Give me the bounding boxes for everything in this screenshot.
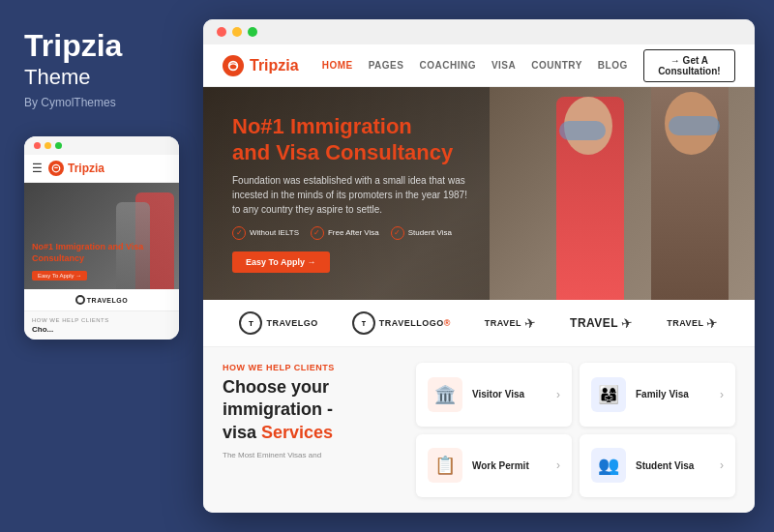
mobile-dot-yellow [45,142,51,149]
services-section-label: HOW WE HELP CLIENTS [223,363,397,372]
brand-title: Tripzia Theme [24,29,122,90]
services-grid: 🏛️ Visitor Visa › 👨‍👩‍👧 Family Visa › 📋 … [416,363,735,497]
site-logo-text: Tripzia [250,57,299,74]
apply-button[interactable]: Easy To Apply → [232,251,330,273]
nav-home[interactable]: HOME [322,60,353,71]
work-permit-label: Work Permit [472,460,547,471]
services-section: HOW WE HELP CLIENTS Choose yourimmigrati… [203,347,755,513]
mobile-dot-red [34,142,41,149]
nav-coaching[interactable]: COACHING [419,60,475,71]
services-section-title: Choose yourimmigration -visa Services [223,376,397,444]
mobile-logo: Tripzia [48,161,104,176]
service-card-student-visa[interactable]: 👥 Student Visa › [580,434,735,498]
check-icon-student: ✓ [391,226,404,240]
hero-people-area [490,87,755,300]
mobile-nav: ☰ Tripzia [24,155,179,183]
plane-icon-1: ✈ [523,314,538,332]
services-description: The Most Eminent Visas and [223,450,397,460]
svg-point-1 [229,61,238,70]
logos-strip: T TRAVELGO T Travellogo® travel ✈ Travel… [203,300,755,347]
site-logo-icon [223,55,244,76]
hero-title: No#1 Immigration and Visa Consultancy [232,114,478,165]
nav-country[interactable]: COUNTRY [531,60,582,71]
mobile-services-label: HOW WE HELP CLIENTS [32,317,171,323]
browser-window: Tripzia HOME PAGES COACHING VISA COUNTRY… [203,19,755,513]
mobile-logo-icon [48,161,64,176]
mobile-logos-strip: TRAVELGO [24,289,179,311]
logo-travel-plane2: travel ✈ [667,315,718,331]
browser-dot-red [217,27,226,37]
mobile-hero: No#1 Immigration and Visa Consultancy Ea… [24,183,179,289]
nav-visa[interactable]: VISA [491,60,516,71]
plane-icon-3: ✈ [705,314,720,332]
family-visa-icon: 👨‍👩‍👧 [591,377,626,412]
hero-badge-free-visa: ✓ Free After Visa [311,226,379,240]
travellogo-icon: T [352,311,375,335]
brand-by: By CymolThemes [24,96,116,109]
browser-dot-green [248,27,257,37]
student-visa-icon: 👥 [591,448,626,483]
work-permit-icon: 📋 [428,448,462,483]
work-permit-arrow: › [556,458,560,472]
logo-travellogo: T Travellogo® [352,311,451,335]
mobile-brand-text: TRAVELGO [87,297,128,304]
logo-travel-plane1: travel ✈ [485,315,536,331]
mobile-hero-content: No#1 Immigration and Visa Consultancy Ea… [32,242,171,281]
consultation-button[interactable]: → Get A Consultation! [643,49,735,82]
site-hero: No#1 Immigration and Visa Consultancy Fo… [203,87,755,300]
left-sidebar: Tripzia Theme By CymolThemes ☰ Tripzia [0,0,194,532]
services-left-panel: HOW WE HELP CLIENTS Choose yourimmigrati… [223,363,397,497]
mobile-hero-btn: Easy To Apply → [32,271,87,281]
student-visa-arrow: › [720,458,724,472]
browser-chrome [203,19,755,44]
hero-badge-ielts: ✓ Without IELTS [232,226,299,240]
hero-badges: ✓ Without IELTS ✓ Free After Visa ✓ Stud… [232,226,478,240]
browser-dot-yellow [232,27,242,37]
site-logo: Tripzia [223,55,299,76]
visitor-visa-arrow: › [556,388,560,401]
travelgo-icon: T [239,311,262,335]
services-orange-word: Services [261,423,333,442]
mobile-mockup: ☰ Tripzia No#1 Immigration and Visa Cons… [24,136,179,340]
service-card-work-permit[interactable]: 📋 Work Permit › [416,434,572,498]
mobile-services: HOW WE HELP CLIENTS Cho... [24,311,179,340]
check-icon-free-visa: ✓ [311,226,324,240]
mobile-logo-brand: TRAVELGO [75,295,128,305]
mobile-services-title: Cho... [32,325,171,334]
nav-pages[interactable]: PAGES [369,60,404,71]
service-card-visitor-visa[interactable]: 🏛️ Visitor Visa › [416,363,572,427]
mobile-dot-green [55,142,62,149]
hamburger-icon: ☰ [32,162,43,175]
check-icon-ielts: ✓ [232,226,246,240]
hero-content: No#1 Immigration and Visa Consultancy Fo… [203,87,507,300]
hero-badge-student: ✓ Student Visa [391,226,452,240]
mobile-logo-text: Tripzia [68,162,104,175]
hero-description: Foundation was established with a small … [232,173,478,217]
nav-blog[interactable]: BLOG [598,60,628,71]
plane-icon-2: ✈ [620,314,635,332]
site-navbar: Tripzia HOME PAGES COACHING VISA COUNTRY… [203,44,755,87]
mobile-chrome [24,136,179,155]
logo-travel-plain: Travel ✈ [570,315,633,331]
family-visa-arrow: › [720,388,724,401]
visitor-visa-icon: 🏛️ [428,377,462,412]
logo-travelgo: T TRAVELGO [239,311,317,335]
student-visa-label: Student Visa [636,460,710,471]
mobile-brand-icon [75,295,85,305]
site-nav-links: HOME PAGES COACHING VISA COUNTRY BLOG [322,60,628,71]
mobile-hero-title: No#1 Immigration and Visa Consultancy [32,242,171,264]
service-card-family-visa[interactable]: 👨‍👩‍👧 Family Visa › [580,363,735,427]
visitor-visa-label: Visitor Visa [472,389,547,399]
family-visa-label: Family Visa [636,389,710,399]
